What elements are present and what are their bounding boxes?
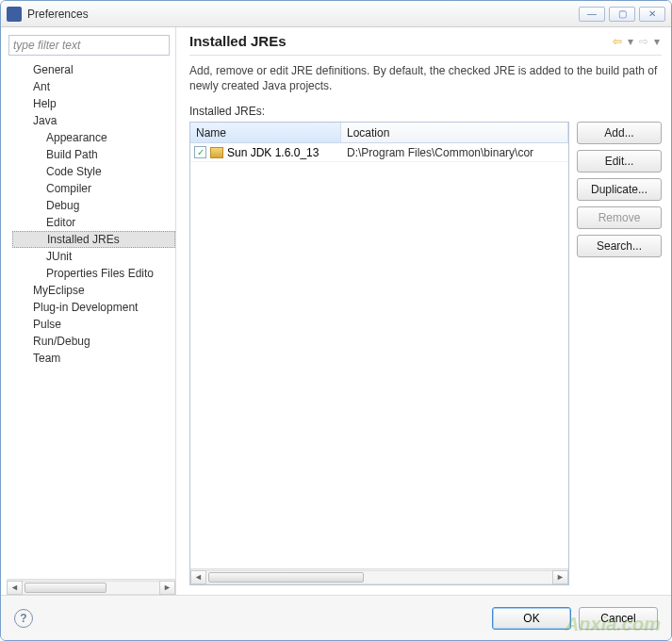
tree-item-installed-jres[interactable]: Installed JREs (12, 231, 175, 248)
sidebar-hscrollbar[interactable]: ◄ ► (7, 579, 175, 595)
tree-item-compiler[interactable]: Compiler (12, 180, 175, 197)
dialog-footer: ? OK Cancel (1, 595, 671, 640)
forward-icon: ⇨ (637, 35, 650, 48)
tree-item-myeclipse[interactable]: MyEclipse (12, 282, 175, 299)
filter-input[interactable] (8, 35, 170, 56)
scroll-right-icon[interactable]: ► (552, 570, 568, 584)
scroll-left-icon[interactable]: ◄ (7, 581, 23, 595)
titlebar: Preferences — ▢ ✕ (1, 1, 671, 27)
search-button[interactable]: Search... (577, 235, 662, 257)
column-header-location[interactable]: Location (341, 123, 568, 142)
tree-item-pulse[interactable]: Pulse (12, 316, 175, 333)
jre-table: Name Location ✓Sun JDK 1.6.0_13D:\Progra… (189, 122, 569, 585)
jre-checkbox[interactable]: ✓ (194, 146, 206, 158)
preferences-tree[interactable]: GeneralAntHelpJavaAppearanceBuild PathCo… (7, 61, 175, 579)
maximize-button[interactable]: ▢ (609, 7, 635, 22)
scroll-left-icon[interactable]: ◄ (190, 570, 206, 584)
tree-item-properties-files-edito[interactable]: Properties Files Edito (12, 265, 175, 282)
help-icon[interactable]: ? (14, 609, 33, 628)
window-title: Preferences (27, 8, 579, 21)
back-menu-icon[interactable]: ▾ (626, 35, 635, 48)
table-hscrollbar[interactable]: ◄ ► (190, 568, 568, 584)
minimize-button[interactable]: — (579, 7, 605, 22)
page-description: Add, remove or edit JRE definitions. By … (189, 56, 662, 103)
preferences-window: Preferences — ▢ ✕ GeneralAntHelpJavaAppe… (0, 0, 672, 641)
tree-item-junit[interactable]: JUnit (12, 248, 175, 265)
tree-item-code-style[interactable]: Code Style (12, 163, 175, 180)
column-header-name[interactable]: Name (190, 123, 341, 142)
sidebar: GeneralAntHelpJavaAppearanceBuild PathCo… (1, 27, 176, 595)
ok-button[interactable]: OK (492, 607, 571, 630)
add-button[interactable]: Add... (577, 122, 662, 144)
table-row[interactable]: ✓Sun JDK 1.6.0_13D:\Program Files\Common… (190, 143, 568, 162)
tree-item-help[interactable]: Help (12, 95, 175, 112)
jre-icon (210, 147, 223, 158)
history-nav: ⇦▾ ⇨▾ (611, 35, 662, 48)
remove-button[interactable]: Remove (577, 206, 662, 229)
forward-menu-icon[interactable]: ▾ (652, 35, 662, 48)
cancel-button[interactable]: Cancel (579, 607, 658, 630)
back-icon[interactable]: ⇦ (611, 35, 624, 48)
tree-item-general[interactable]: General (12, 61, 175, 78)
duplicate-button[interactable]: Duplicate... (577, 178, 662, 201)
tree-item-ant[interactable]: Ant (12, 78, 175, 95)
scroll-thumb[interactable] (208, 572, 364, 583)
tree-item-editor[interactable]: Editor (12, 214, 175, 231)
section-label: Installed JREs: (189, 103, 662, 122)
jre-location: D:\Program Files\Common\binary\cor (341, 146, 568, 159)
tree-item-build-path[interactable]: Build Path (12, 146, 175, 163)
jre-name: Sun JDK 1.6.0_13 (227, 146, 319, 159)
tree-item-debug[interactable]: Debug (12, 197, 175, 214)
close-button[interactable]: ✕ (639, 7, 665, 22)
app-icon (7, 7, 22, 22)
page-title: Installed JREs (189, 33, 611, 49)
tree-item-appearance[interactable]: Appearance (12, 129, 175, 146)
tree-item-plug-in-development[interactable]: Plug-in Development (12, 299, 175, 316)
tree-item-run-debug[interactable]: Run/Debug (12, 333, 175, 350)
scroll-right-icon[interactable]: ► (159, 581, 175, 595)
scroll-thumb[interactable] (25, 583, 107, 593)
tree-item-team[interactable]: Team (12, 350, 175, 367)
edit-button[interactable]: Edit... (577, 150, 662, 173)
tree-item-java[interactable]: Java (12, 112, 175, 129)
